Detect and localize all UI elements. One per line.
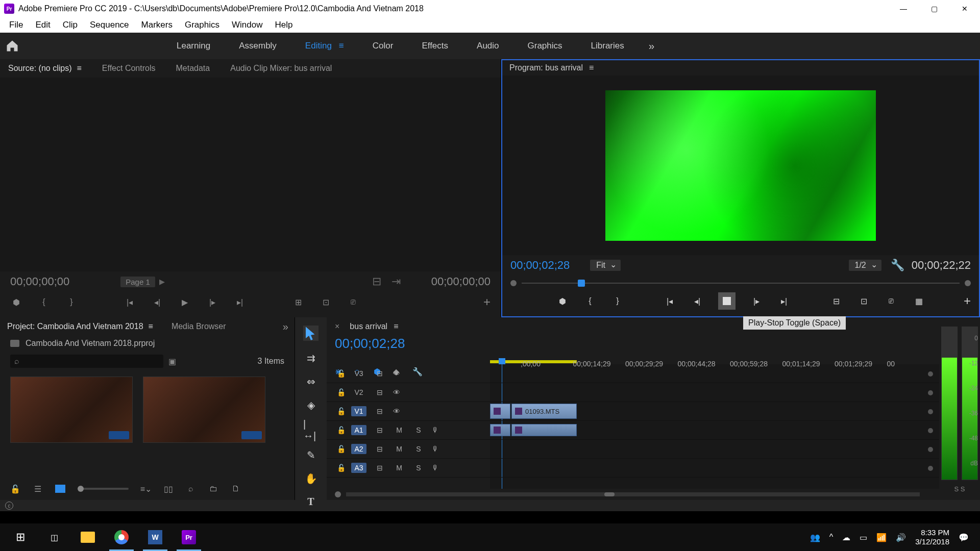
extract-button[interactable]: ⊡ — [857, 294, 870, 308]
volume-icon[interactable]: 🔊 — [896, 533, 906, 542]
program-scrubber[interactable] — [510, 276, 971, 291]
mark-in-button[interactable]: { — [583, 294, 597, 308]
tab-effect-controls[interactable]: Effect Controls — [102, 64, 156, 73]
go-to-in-button[interactable]: |◂ — [663, 294, 676, 308]
clock[interactable]: 8:33 PM 3/12/2018 — [915, 528, 949, 546]
menu-edit[interactable]: Edit — [30, 19, 55, 31]
lift-button[interactable]: ⊟ — [829, 294, 843, 308]
automate-button[interactable]: ▯▯ — [163, 484, 174, 494]
export-frame-button[interactable]: ⎚ — [347, 296, 359, 308]
workspace-learning[interactable]: Learning — [162, 33, 225, 59]
add-marker-button[interactable]: ⬢ — [10, 296, 22, 308]
page-selector[interactable]: Page 1 — [120, 277, 155, 287]
wifi-icon[interactable]: 📶 — [876, 533, 887, 542]
tab-audio-mixer[interactable]: Audio Clip Mixer: bus arrival — [230, 64, 332, 73]
clip-thumbnail[interactable] — [10, 377, 133, 443]
minimize-button[interactable]: — — [888, 0, 919, 17]
people-icon[interactable]: 👥 — [810, 533, 820, 542]
eye-icon[interactable]: 👁 — [393, 388, 405, 396]
new-item-button[interactable]: 🗋 — [231, 484, 241, 494]
overwrite-button[interactable]: ⊡ — [320, 296, 332, 308]
sync-lock-icon[interactable]: ⊟ — [374, 426, 386, 434]
hand-tool[interactable]: ✋ — [303, 472, 318, 485]
menu-sequence[interactable]: Sequence — [85, 19, 134, 31]
battery-icon[interactable]: ▭ — [860, 533, 867, 542]
find-button[interactable]: ⌕ — [186, 484, 196, 494]
premiere-button[interactable]: Pr — [173, 523, 205, 551]
go-to-out-button[interactable]: ▸| — [777, 294, 791, 308]
clip[interactable]: 01093.MTS — [511, 404, 577, 419]
timeline-tc[interactable]: 00;00;02;28 — [335, 336, 498, 352]
play-button[interactable]: ▶ — [179, 296, 191, 308]
comparison-view-button[interactable]: ▦ — [912, 294, 925, 308]
step-back-button[interactable]: ◂| — [151, 296, 163, 308]
clip[interactable] — [490, 404, 510, 419]
program-tc[interactable]: 00;00;02;28 — [510, 259, 570, 272]
track-header-a3[interactable]: 🔓A3⊟MS🎙 — [327, 459, 490, 478]
fx-icon[interactable] — [515, 408, 522, 415]
overwrite-icon[interactable]: ⇥ — [391, 275, 401, 288]
workspace-color[interactable]: Color — [358, 33, 408, 59]
zoom-selector[interactable]: Fit — [590, 260, 621, 271]
audio-clip[interactable] — [490, 424, 510, 436]
lock-icon[interactable]: 🔓 — [10, 484, 20, 494]
solo-button[interactable]: S — [412, 464, 425, 472]
pen-tool[interactable]: ✎ — [303, 449, 318, 461]
eye-icon[interactable]: 👁 — [393, 407, 405, 415]
sync-lock-icon[interactable]: ⊟ — [374, 369, 386, 378]
fx-icon[interactable] — [494, 427, 501, 434]
new-bin-button[interactable]: 🗀 — [208, 484, 218, 494]
lock-icon[interactable]: 🔓 — [337, 407, 344, 415]
go-to-in-button[interactable]: |◂ — [124, 296, 136, 308]
menu-file[interactable]: File — [4, 19, 28, 31]
settings-button[interactable]: 🔧 — [891, 259, 904, 272]
button-editor[interactable]: + — [964, 294, 971, 308]
solo-button[interactable]: S — [412, 426, 425, 434]
type-tool[interactable]: T — [303, 496, 318, 508]
export-frame-button[interactable]: ⎚ — [885, 294, 898, 308]
go-to-out-button[interactable]: ▸| — [234, 296, 246, 308]
start-button[interactable]: ⊞ — [4, 523, 37, 551]
workspace-effects[interactable]: Effects — [407, 33, 462, 59]
button-editor[interactable]: + — [483, 295, 491, 309]
add-marker-button[interactable]: ⬢ — [556, 294, 569, 308]
source-tc-in[interactable]: 00;00;00;00 — [10, 275, 69, 288]
mark-out-button[interactable]: } — [65, 296, 78, 308]
lock-icon[interactable]: 🔓 — [337, 464, 344, 472]
step-fwd-button[interactable]: |▸ — [750, 294, 763, 308]
lock-icon[interactable]: 🔓 — [337, 388, 344, 396]
hamburger-icon[interactable]: ≡ — [77, 64, 82, 73]
panel-overflow[interactable]: ›› — [283, 321, 287, 333]
menu-markers[interactable]: Markers — [136, 19, 178, 31]
track-select-tool[interactable]: ⇉ — [303, 352, 318, 364]
step-back-button[interactable]: ◂| — [691, 294, 704, 308]
voiceover-icon[interactable]: 🎙 — [432, 426, 439, 434]
cc-icon[interactable]: c — [5, 502, 13, 510]
voiceover-icon[interactable]: 🎙 — [432, 464, 439, 472]
workspace-libraries[interactable]: Libraries — [577, 33, 639, 59]
track-header-a2[interactable]: 🔓A2⊟MS🎙 — [327, 440, 490, 459]
eye-icon[interactable]: 👁 — [393, 369, 405, 378]
menu-clip[interactable]: Clip — [58, 19, 83, 31]
step-fwd-button[interactable]: |▸ — [206, 296, 218, 308]
thumbnail-size-slider[interactable] — [78, 488, 129, 490]
sort-button[interactable]: ≡⌄ — [141, 484, 151, 494]
menu-window[interactable]: Window — [227, 19, 267, 31]
menu-help[interactable]: Help — [270, 19, 298, 31]
fx-icon[interactable] — [494, 408, 501, 415]
razor-tool[interactable]: ◈ — [303, 399, 318, 411]
play-icon[interactable]: ▸ — [159, 275, 165, 288]
mute-button[interactable]: M — [393, 464, 405, 472]
tab-source[interactable]: Source: (no clips)≡ — [8, 64, 82, 73]
file-explorer-button[interactable] — [71, 523, 104, 551]
slip-tool[interactable]: |↔| — [303, 422, 318, 438]
sync-lock-icon[interactable]: ⊟ — [374, 407, 386, 415]
list-view-button[interactable]: ☰ — [33, 484, 43, 494]
task-view-button[interactable]: ◫ — [38, 523, 70, 551]
selection-tool[interactable] — [303, 325, 318, 341]
close-sequence-button[interactable]: × — [335, 322, 339, 331]
tab-metadata[interactable]: Metadata — [176, 64, 210, 73]
onedrive-icon[interactable]: ☁ — [842, 533, 850, 542]
ripple-edit-tool[interactable]: ⇔ — [303, 375, 318, 388]
timeline-ruler[interactable]: ;00;00 00;00;14;29 00;00;29;29 00;00;44;… — [521, 358, 939, 369]
